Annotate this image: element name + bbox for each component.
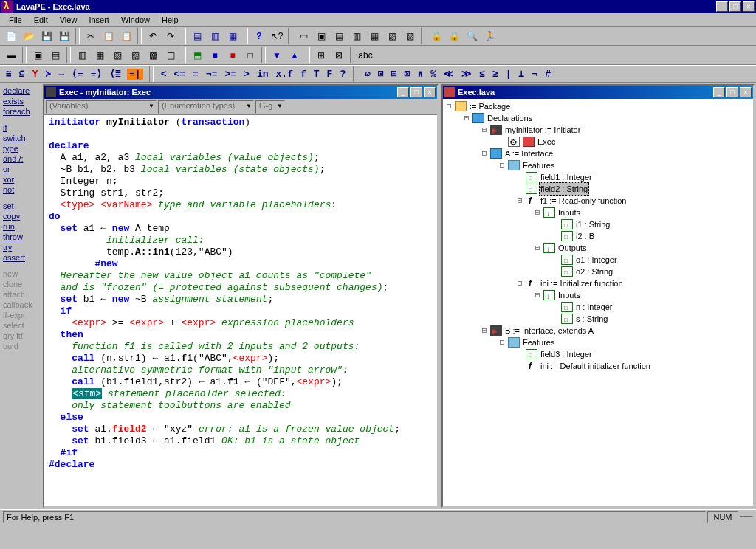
op-9[interactable]: ≡| <box>127 69 143 80</box>
kw-declare[interactable]: declare <box>3 86 38 96</box>
op-b3[interactable]: ⊠ <box>403 68 412 80</box>
op-q[interactable]: ? <box>338 69 347 80</box>
kw-type[interactable]: type <box>3 143 38 153</box>
kw-throw[interactable]: throw <box>3 232 38 242</box>
b1-icon[interactable]: ▬ <box>3 47 19 63</box>
help-icon[interactable]: ? <box>251 28 267 44</box>
open-icon[interactable]: 📂 <box>21 28 37 44</box>
e2-icon[interactable]: ⊠ <box>331 47 347 63</box>
op-1[interactable]: ≅ <box>4 68 13 80</box>
menu-view[interactable]: View <box>54 14 83 26</box>
run-icon[interactable]: 🏃 <box>481 28 498 44</box>
op-in[interactable]: in <box>255 69 270 80</box>
tree-close-button[interactable]: × <box>740 87 752 97</box>
op-lt[interactable]: < <box>159 69 168 80</box>
c3-icon[interactable]: ■ <box>224 47 241 63</box>
code-editor[interactable]: initiator myInitiator (transaction) decl… <box>44 115 437 506</box>
kw-run[interactable]: run <box>3 221 38 232</box>
t6-icon[interactable]: ▧ <box>384 28 400 44</box>
op-hash[interactable]: # <box>543 69 552 80</box>
tile-h-icon[interactable]: ▤ <box>189 28 205 44</box>
kw-and[interactable]: and /; <box>3 153 38 164</box>
undo-icon[interactable]: ↶ <box>145 28 161 44</box>
save-icon[interactable]: 💾 <box>38 28 55 44</box>
op-ll[interactable]: ≪ <box>442 68 456 80</box>
c4-icon[interactable]: □ <box>242 47 258 63</box>
op-3[interactable]: Y <box>31 69 40 80</box>
op-6[interactable]: ⟨≡ <box>70 68 85 80</box>
tile-v-icon[interactable]: ▥ <box>207 28 223 44</box>
paste-icon[interactable]: 📋 <box>118 28 134 44</box>
b4-icon[interactable]: ▥ <box>74 47 90 63</box>
cut-icon[interactable]: ✂ <box>83 28 99 44</box>
op-b2[interactable]: ⊞ <box>390 68 399 80</box>
minimize-button[interactable]: _ <box>716 1 728 12</box>
op-not[interactable]: ¬ <box>530 69 539 80</box>
b5-icon[interactable]: ▦ <box>92 47 108 63</box>
maximize-button[interactable]: □ <box>729 1 741 12</box>
variables-combo[interactable]: (Variables) <box>46 100 157 114</box>
t1-icon[interactable]: ▭ <box>295 28 312 44</box>
copy-icon[interactable]: 📋 <box>100 28 117 44</box>
t2-icon[interactable]: ▣ <box>313 28 329 44</box>
menu-edit[interactable]: Edit <box>28 14 54 26</box>
editor-close-button[interactable]: × <box>424 87 436 97</box>
b7-icon[interactable]: ▨ <box>127 47 143 63</box>
kw-xor[interactable]: xor <box>3 174 38 184</box>
t5-icon[interactable]: ▦ <box>366 28 382 44</box>
op-bot[interactable]: ⊥ <box>518 68 526 80</box>
lock-icon[interactable]: 🔒 <box>446 28 462 44</box>
op-gt[interactable]: > <box>242 69 251 80</box>
op-eq[interactable]: = <box>191 69 200 80</box>
kw-or[interactable]: or <box>3 164 38 174</box>
op-b1[interactable]: ⊡ <box>377 68 385 80</box>
enums-combo[interactable]: (Enumeration types) <box>158 100 254 114</box>
gg-combo[interactable]: G-g <box>255 100 285 114</box>
t4-icon[interactable]: ▥ <box>348 28 365 44</box>
kw-copy[interactable]: copy <box>3 211 38 221</box>
menu-file[interactable]: File <box>3 14 28 26</box>
op-and[interactable]: ∧ <box>416 68 425 80</box>
cascade-icon[interactable]: ▦ <box>224 28 241 44</box>
kw-if[interactable]: if <box>3 122 38 133</box>
kw-not[interactable]: not <box>3 184 38 195</box>
b9-icon[interactable]: ◫ <box>162 47 179 63</box>
op-F[interactable]: F <box>326 69 334 80</box>
op-rr[interactable]: ≫ <box>460 68 473 80</box>
b6-icon[interactable]: ▧ <box>109 47 126 63</box>
b2-icon[interactable]: ▣ <box>30 47 46 63</box>
selected-tree-node[interactable]: field2 : String <box>539 182 589 196</box>
op-5[interactable]: → <box>57 69 66 80</box>
menu-insert[interactable]: Insert <box>83 14 115 26</box>
c2-icon[interactable]: ■ <box>207 47 223 63</box>
kw-set[interactable]: set <box>3 201 38 211</box>
menu-window[interactable]: Window <box>115 14 156 26</box>
b3-icon[interactable]: ▤ <box>47 47 63 63</box>
op-ge[interactable]: >= <box>224 69 238 80</box>
t7-icon[interactable]: ▨ <box>402 28 418 44</box>
menu-help[interactable]: Help <box>156 14 185 26</box>
c1-icon[interactable]: ⬒ <box>189 47 205 63</box>
redo-icon[interactable]: ↷ <box>162 28 179 44</box>
context-help-icon[interactable]: ↖? <box>269 28 285 44</box>
op-4[interactable]: ≻ <box>44 68 52 80</box>
kw-exists[interactable]: exists <box>3 96 38 106</box>
saveall-icon[interactable]: 💾 <box>56 28 72 44</box>
op-bar[interactable]: | <box>504 69 513 80</box>
kw-switch[interactable]: switch <box>3 133 38 143</box>
d1-icon[interactable]: ▼ <box>269 47 285 63</box>
lock-red-icon[interactable]: 🔒 <box>428 28 444 44</box>
op-ge2[interactable]: ≥ <box>491 69 500 80</box>
op-8[interactable]: ⟨≣ <box>108 68 123 80</box>
op-f[interactable]: f <box>299 69 308 80</box>
op-xf[interactable]: x.f <box>275 69 295 80</box>
op-pct[interactable]: % <box>429 69 438 80</box>
op-T[interactable]: T <box>312 69 321 80</box>
b8-icon[interactable]: ▩ <box>145 47 161 63</box>
editor-minimize-button[interactable]: _ <box>397 87 409 97</box>
close-button[interactable]: × <box>743 1 755 12</box>
kw-foreach[interactable]: foreach <box>3 106 38 117</box>
kw-assert[interactable]: assert <box>3 252 38 263</box>
e1-icon[interactable]: ⊞ <box>313 47 329 63</box>
op-null[interactable]: ∅ <box>363 68 372 80</box>
